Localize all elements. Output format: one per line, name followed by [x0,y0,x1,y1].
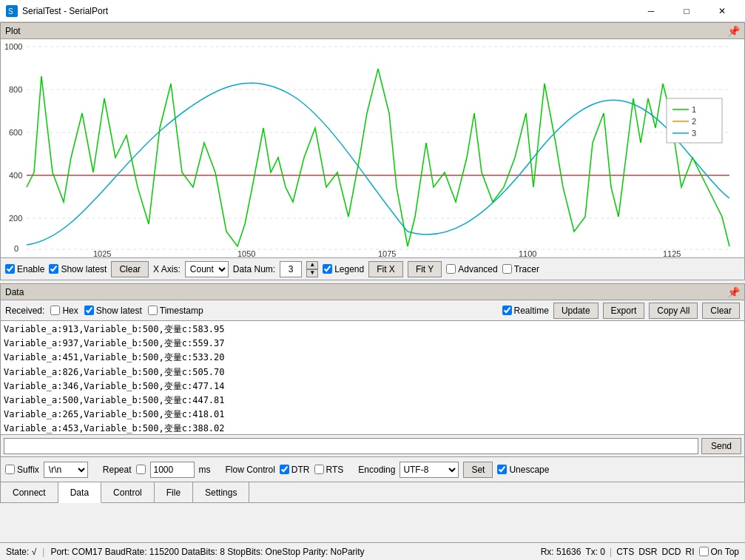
show-latest-checkbox[interactable] [49,264,58,274]
on-top-label: On Top [711,547,739,557]
data-display: Variable_a:913,Variable_b:500,变量c:583.95… [0,320,745,435]
state-label: State: √ [6,547,36,557]
svg-text:1: 1 [692,105,696,114]
tab-settings[interactable]: Settings [193,482,249,502]
titlebar-left: S SerialTest - SerialPort [6,5,108,17]
plot-toolbar: Enable Show latest Clear X Axis: Count T… [0,258,745,280]
tab-settings-label: Settings [205,488,237,498]
svg-text:0: 0 [14,244,18,253]
data-line: Variable_a:500,Variable_b:500,变量c:447.81 [4,394,741,408]
plot-section: 1000 800 600 400 200 0 1025 1050 1075 11… [0,38,745,258]
fit-y-button[interactable]: Fit Y [408,261,442,277]
dtr-checkbox[interactable] [280,465,289,474]
enable-checkbox-label[interactable]: Enable [5,264,44,274]
timestamp-checkbox[interactable] [148,306,158,315]
flow-control-group: Flow Control DTR RTS [226,465,344,475]
svg-text:400: 400 [9,171,22,180]
spin-up-button[interactable]: ▲ [306,261,318,269]
svg-text:1075: 1075 [378,249,396,257]
dtr-checkbox-label[interactable]: DTR [280,465,310,475]
close-button[interactable]: ✕ [705,0,739,22]
svg-text:3: 3 [692,129,696,138]
legend-label: Legend [334,264,364,274]
tracer-label: Tracer [514,264,539,274]
data-line: Variable_a:451,Variable_b:500,变量c:533.20 [4,351,741,365]
minimize-button[interactable]: ─ [634,0,668,22]
svg-rect-2 [1,39,744,257]
rts-checkbox-label[interactable]: RTS [314,465,344,475]
tracer-checkbox-label[interactable]: Tracer [502,264,539,274]
plot-pin-icon[interactable]: 📌 [727,25,740,37]
realtime-checkbox-label[interactable]: Realtime [502,306,549,316]
rx-label: Rx: 51636 [541,547,581,557]
suffix-group: Suffix \r\n \n \r None [5,462,88,478]
suffix-checkbox-label[interactable]: Suffix [5,465,39,475]
repeat-group: Repeat ms [103,462,211,478]
plot-area: 1000 800 600 400 200 0 1025 1050 1075 11… [1,39,744,257]
svg-text:1125: 1125 [663,249,681,257]
on-top-checkbox[interactable] [699,547,709,556]
advanced-label: Advanced [458,264,497,274]
repeat-label: Repeat [103,465,132,475]
dtr-label: DTR [291,465,310,475]
tab-connect-label: Connect [13,488,46,498]
suffix-checkbox[interactable] [5,465,15,474]
tab-file[interactable]: File [155,482,193,502]
svg-text:2: 2 [692,117,696,126]
data-clear-button[interactable]: Clear [702,303,740,319]
options-area: Suffix \r\n \n \r None Repeat ms Flow Co… [0,457,745,482]
data-line: Variable_a:453,Variable_b:500,变量c:388.02 [4,422,741,435]
hex-checkbox-label[interactable]: Hex [50,306,78,316]
advanced-checkbox-label[interactable]: Advanced [446,264,497,274]
status-divider-2: | [610,547,612,557]
svg-text:1000: 1000 [4,42,22,51]
spin-down-button[interactable]: ▼ [306,269,318,277]
data-pin-icon[interactable]: 📌 [727,286,740,298]
x-axis-select[interactable]: Count Time Index [185,261,229,277]
data-line: Variable_a:826,Variable_b:500,变量c:505.70 [4,365,741,379]
rts-checkbox[interactable] [314,465,324,474]
send-button[interactable]: Send [701,438,741,454]
advanced-checkbox[interactable] [446,264,456,274]
suffix-select[interactable]: \r\n \n \r None [44,462,88,478]
show-latest-data-checkbox[interactable] [84,306,94,315]
titlebar-controls: ─ □ ✕ [634,0,739,22]
rts-label: RTS [326,465,344,475]
tab-file-label: File [166,488,181,498]
app-icon: S [6,5,18,17]
realtime-checkbox[interactable] [502,306,512,315]
plot-clear-button[interactable]: Clear [111,261,149,277]
tab-control[interactable]: Control [101,482,155,502]
show-latest-checkbox-label[interactable]: Show latest [49,264,107,274]
timestamp-label: Timestamp [160,306,203,316]
tracer-checkbox[interactable] [502,264,512,274]
show-latest-data-label[interactable]: Show latest [84,306,142,316]
send-input[interactable] [4,438,698,454]
data-section-label: Data [5,287,24,297]
enable-checkbox[interactable] [5,264,15,274]
copy-all-button[interactable]: Copy All [649,303,698,319]
data-num-input[interactable] [280,261,302,277]
export-button[interactable]: Export [603,303,645,319]
legend-checkbox[interactable] [323,264,332,274]
tab-data[interactable]: Data [58,482,101,503]
suffix-label: Suffix [17,465,39,475]
timestamp-checkbox-label[interactable]: Timestamp [148,306,203,316]
repeat-checkbox[interactable] [136,465,146,474]
fit-x-button[interactable]: Fit X [368,261,403,277]
titlebar-title: SerialTest - SerialPort [22,6,108,16]
set-button[interactable]: Set [463,462,493,478]
update-button[interactable]: Update [553,303,599,319]
hex-checkbox[interactable] [50,306,60,315]
repeat-checkbox-label[interactable] [136,465,146,474]
encoding-select[interactable]: UTF-8 ASCII GBK [400,462,459,478]
on-top-checkbox-label[interactable]: On Top [699,547,739,557]
tab-connect[interactable]: Connect [1,482,58,502]
hex-label: Hex [62,306,78,316]
unescape-checkbox-label[interactable]: Unescape [497,465,549,475]
unescape-checkbox[interactable] [497,465,507,474]
data-line: Variable_a:346,Variable_b:500,变量c:477.14 [4,379,741,394]
repeat-input[interactable] [150,462,195,478]
maximize-button[interactable]: □ [670,0,704,22]
legend-checkbox-label[interactable]: Legend [323,264,364,274]
